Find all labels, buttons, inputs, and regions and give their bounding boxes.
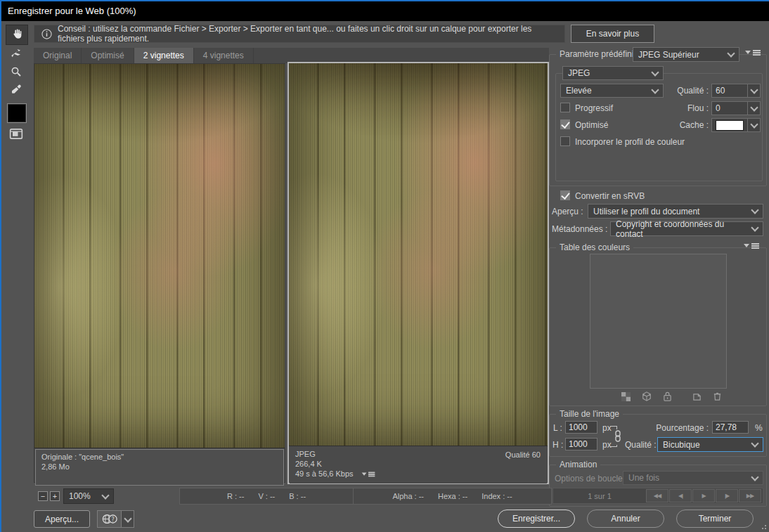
optimized-checkbox[interactable] <box>560 119 570 129</box>
window-title: Enregistrer pour le Web (100%) <box>8 6 136 16</box>
matte-select[interactable] <box>711 118 761 132</box>
matte-dropdown-button[interactable] <box>747 119 760 131</box>
metadata-value: Copyright et coordonnées du contact <box>616 219 747 239</box>
window-border-left <box>0 0 1 532</box>
readout-index: Index : -- <box>482 492 512 500</box>
metadata-select[interactable]: Copyright et coordonnées du contact <box>610 221 763 236</box>
embed-profile-checkbox[interactable] <box>560 136 570 146</box>
preset-menu-icon[interactable] <box>744 51 762 54</box>
progressive-checkbox[interactable] <box>560 103 570 112</box>
color-table-menu-icon[interactable] <box>742 244 761 247</box>
optimized-quality-label: Qualité 60 <box>505 450 541 460</box>
chevron-down-icon <box>751 439 758 447</box>
learn-more-button[interactable]: En savoir plus <box>571 25 654 43</box>
delete-color-icon[interactable] <box>711 391 723 402</box>
preset-select[interactable]: JPEG Supérieur <box>633 47 739 62</box>
zoom-tool-button[interactable] <box>6 63 27 82</box>
save-button[interactable]: Enregistrer... <box>498 510 575 528</box>
quality-dropdown-button[interactable] <box>747 84 760 97</box>
color-table-title: Table des couleurs <box>556 242 633 253</box>
previous-frame-button[interactable]: ◀| <box>669 489 692 502</box>
quality-stepper[interactable]: 60 <box>711 84 761 98</box>
next-frame-button[interactable]: |▶ <box>716 489 738 502</box>
hand-tool-button[interactable] <box>6 25 28 45</box>
eyedropper-tool-button[interactable] <box>6 82 27 100</box>
blur-stepper[interactable]: 0 <box>711 101 761 115</box>
info-icon <box>41 29 52 39</box>
percent-input[interactable] <box>712 421 749 434</box>
optimized-size-label: 266,4 K <box>295 459 541 469</box>
original-preview-image[interactable] <box>34 64 285 448</box>
tab-2-vignettes[interactable]: 2 vignettes <box>134 48 194 63</box>
original-preview-panel[interactable]: Originale : "qcene_bois" 2,86 Mo <box>34 63 285 483</box>
tab-optimise[interactable]: Optimisé <box>82 48 134 63</box>
preview-in-browser-button[interactable]: Aperçu... <box>34 510 90 528</box>
eyedropper-color-swatch[interactable] <box>7 103 27 123</box>
percent-label: Pourcentage : <box>617 423 709 433</box>
readout-b: B : -- <box>289 492 306 500</box>
tip-text: Conseil : utilisez la commande Fichier >… <box>58 24 557 44</box>
original-status-box: Originale : "qcene_bois" 2,86 Mo <box>35 449 284 486</box>
browser-preview-split-button[interactable]: ? <box>97 510 134 528</box>
height-input[interactable] <box>565 438 597 450</box>
slice-select-tool-button[interactable] <box>6 45 27 64</box>
compression-value: Elevée <box>566 86 592 96</box>
tab-4-vignettes[interactable]: 4 vignettes <box>194 48 254 63</box>
readout-alpha: Alpha : -- <box>392 492 424 500</box>
preview-tabs: Original Optimisé 2 vignettes 4 vignette… <box>34 48 549 63</box>
percent-unit: % <box>755 423 763 433</box>
toggle-slices-visibility-button[interactable] <box>6 125 27 144</box>
blur-dropdown-button[interactable] <box>747 102 760 115</box>
readout-r: R : -- <box>227 492 244 500</box>
browser-preview-dropdown[interactable] <box>121 511 134 527</box>
tab-original[interactable]: Original <box>34 48 82 63</box>
width-label: L : <box>553 423 562 433</box>
zoom-level-select[interactable]: 100% <box>63 488 114 504</box>
chevron-down-icon <box>651 68 659 76</box>
title-bar[interactable]: Enregistrer pour le Web (100%) <box>0 0 769 21</box>
last-frame-button[interactable]: ▶▶ <box>739 489 761 502</box>
matte-color-swatch <box>712 119 747 131</box>
play-button[interactable]: ▶ <box>692 489 715 502</box>
window-border-top <box>0 0 769 1</box>
animation-controls: 1 sur 1 ◀◀ ◀| ▶ |▶ ▶▶ <box>552 488 763 504</box>
zoom-level-value: 100% <box>69 491 91 501</box>
lock-color-icon[interactable] <box>661 391 673 402</box>
chevron-down-icon <box>751 223 758 231</box>
readout-v: V : -- <box>258 492 275 500</box>
optimized-status-box: Qualité 60 JPEG 266,4 K 49 s à 56,6 Kbps <box>290 447 547 484</box>
format-select[interactable]: JPEG <box>562 66 664 80</box>
color-readout-bar: R : -- V : -- B : -- Alpha : -- Hexa : -… <box>179 488 552 505</box>
download-speed-menu-icon[interactable] <box>361 472 376 475</box>
height-label: H : <box>552 440 563 450</box>
eyedropper-icon <box>10 84 22 98</box>
resize-grip[interactable] <box>765 528 766 529</box>
frame-counter: 1 sur 1 <box>553 492 646 500</box>
cancel-button[interactable]: Annuler <box>587 510 664 528</box>
first-frame-button[interactable]: ◀◀ <box>646 489 668 502</box>
new-color-icon[interactable] <box>690 391 703 402</box>
slices-visibility-icon <box>9 128 23 142</box>
browser-globe-icon[interactable]: ? <box>98 511 121 527</box>
chevron-down-icon <box>750 86 758 93</box>
width-input[interactable] <box>565 421 597 434</box>
chevron-down-icon <box>751 473 758 481</box>
done-button[interactable]: Terminer <box>676 510 754 528</box>
readout-hexa: Hexa : -- <box>438 492 467 500</box>
resample-quality-select[interactable]: Bicubique <box>657 437 763 452</box>
chevron-down-icon <box>750 120 758 128</box>
magnifier-icon <box>10 65 22 80</box>
loop-options-label: Options de boucle : <box>555 474 627 484</box>
zoom-out-button[interactable]: − <box>38 491 48 501</box>
hand-icon <box>11 27 23 42</box>
optimized-preview-panel[interactable]: Qualité 60 JPEG 266,4 K 49 s à 56,6 Kbps <box>287 62 549 484</box>
original-file-size: 2,86 Mo <box>41 462 278 472</box>
convert-srgb-checkbox[interactable] <box>560 190 570 200</box>
web-shift-cube-icon[interactable] <box>640 391 653 402</box>
loop-options-select[interactable]: Une fois <box>623 471 763 485</box>
color-table-swatches[interactable] <box>590 254 727 389</box>
zoom-in-button[interactable]: + <box>50 491 60 501</box>
transparency-icon[interactable] <box>619 391 632 402</box>
preview-profile-select[interactable]: Utiliser le profil du document <box>588 204 763 219</box>
optimized-preview-image[interactable] <box>289 63 548 446</box>
